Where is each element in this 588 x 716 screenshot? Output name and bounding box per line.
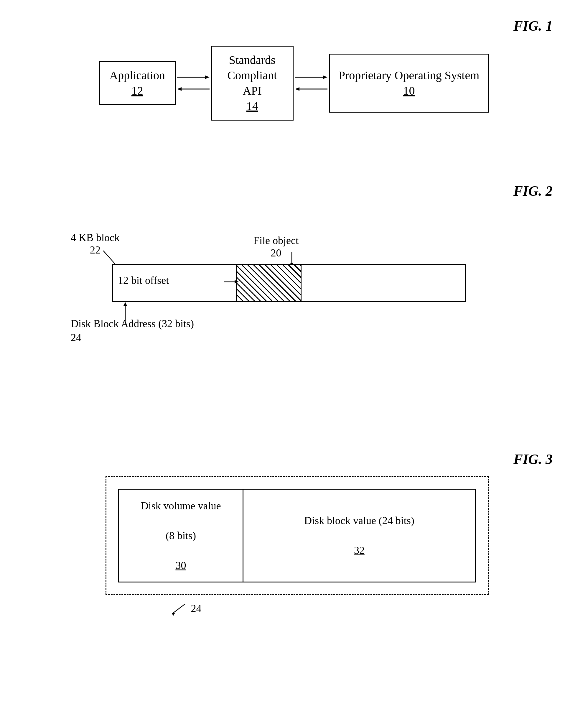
svg-marker-7: [295, 87, 299, 91]
svg-marker-13: [235, 280, 239, 283]
cell-volume: Disk volume value (8 bits) 30: [119, 490, 244, 582]
arrow-fig3-24: [165, 601, 188, 616]
fig3-section: FIG. 3 Disk volume value (8 bits) 30 Dis…: [0, 451, 588, 616]
fig1-section: FIG. 1 Application 12 Standards Complian…: [0, 18, 588, 121]
arrows-api-os: [294, 73, 329, 93]
cell-volume-bits: (8 bits): [166, 528, 196, 543]
svg-line-8: [103, 251, 115, 264]
svg-marker-3: [177, 87, 182, 91]
cell-volume-label: Disk volume value: [141, 499, 221, 513]
inner-solid-box: Disk volume value (8 bits) 30 Disk block…: [118, 489, 476, 583]
os-number: 10: [403, 83, 415, 99]
cell-block-label: Disk block value (24 bits): [304, 513, 414, 528]
block-right: [301, 265, 465, 301]
fig3-ref24-area: 24: [165, 601, 501, 616]
api-line1: Standards: [229, 52, 276, 68]
arrow-right-2: [295, 73, 328, 81]
application-box: Application 12: [99, 61, 176, 105]
arrow-left-2: [295, 85, 328, 93]
arrow-dba: [119, 302, 137, 323]
api-box: Standards Compliant API 14: [211, 46, 294, 121]
arrow-12bit: [224, 278, 239, 286]
os-label: Proprietary Operating System: [339, 68, 480, 83]
fig2-section: FIG. 2 4 KB block 22 File object 20: [0, 183, 588, 346]
fig3-diagram: Disk volume value (8 bits) 30 Disk block…: [88, 476, 501, 616]
fig3-ref-num: 24: [191, 602, 202, 615]
api-line3: API: [243, 83, 261, 99]
cell-block-num: 32: [354, 543, 364, 558]
svg-line-16: [173, 604, 185, 613]
svg-marker-17: [171, 613, 175, 616]
fig1-title: FIG. 1: [0, 18, 588, 34]
svg-marker-15: [124, 302, 127, 306]
fig1-diagram: Application 12 Standards Compliant API 1…: [0, 46, 588, 121]
fig2-title: FIG. 2: [0, 183, 588, 199]
arrow-right-1: [177, 73, 210, 81]
cell-volume-num: 30: [175, 558, 186, 573]
application-label: Application: [109, 68, 165, 83]
api-number: 14: [246, 99, 258, 114]
os-box: Proprietary Operating System 10: [329, 54, 489, 112]
application-number: 12: [131, 83, 143, 99]
svg-marker-5: [323, 76, 328, 79]
cell-block: Disk block value (24 bits) 32: [244, 490, 475, 582]
arrow-left-1: [177, 85, 210, 93]
block-hatch: [237, 265, 301, 301]
fig3-title: FIG. 3: [0, 451, 588, 467]
api-line2: Compliant: [227, 68, 277, 83]
label-12bit: 12 bit offset: [118, 274, 169, 287]
fig2-diagram: 4 KB block 22 File object 20 12 bit offs…: [53, 223, 525, 346]
arrows-app-api: [176, 73, 211, 93]
svg-marker-1: [205, 76, 210, 79]
outer-dashed-box: Disk volume value (8 bits) 30 Disk block…: [106, 476, 489, 595]
